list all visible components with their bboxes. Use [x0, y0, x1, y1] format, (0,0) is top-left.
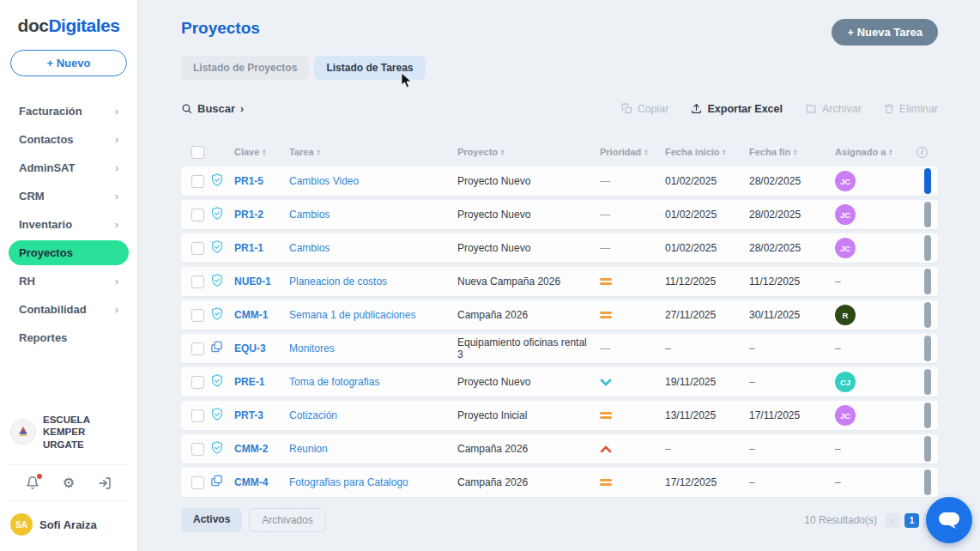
export-icon [691, 103, 702, 114]
column-header-asignado-a[interactable]: Asignado a▴▾ [835, 147, 895, 157]
row-status-bar [924, 269, 931, 294]
priority-medium-icon [600, 408, 660, 423]
search-icon [181, 103, 192, 114]
row-checkbox[interactable] [191, 476, 204, 489]
archivar-button[interactable]: Archivar [805, 103, 862, 115]
sort-icon: ▴▾ [318, 148, 320, 155]
sidebar-item-crm[interactable]: CRM› [9, 184, 129, 209]
sidebar-item-label: Facturación [19, 105, 82, 118]
task-title-link[interactable]: Toma de fotografias [289, 376, 452, 388]
end-date: 11/12/2025 [749, 276, 830, 288]
column-header-proyecto[interactable]: Proyecto▴▾ [457, 147, 595, 157]
start-date: 01/02/2025 [665, 242, 744, 254]
column-label: Asignado a [835, 147, 886, 157]
chevron-right-icon: › [115, 134, 118, 146]
task-title-link[interactable]: Planeacion de costos [289, 276, 452, 288]
tab-listado-de-proyectos[interactable]: Listado de Proyectos [181, 56, 309, 80]
task-key-link[interactable]: CMM-1 [234, 309, 284, 321]
task-key-link[interactable]: PR1-5 [234, 175, 284, 187]
task-row[interactable]: PR1-5Cambios VideoProyecto Nuevo—01/02/2… [181, 167, 938, 196]
notifications-bell-icon[interactable] [26, 475, 39, 490]
organization-switcher[interactable]: ESCUELA KEMPER URGATE [9, 409, 129, 456]
sidebar-item-contabilidad[interactable]: Contabilidad› [9, 297, 129, 322]
end-date: 28/02/2025 [749, 175, 830, 187]
tab-listado-de-tareas[interactable]: Listado de Tareas [314, 56, 425, 80]
main-content: Proyectos + Nueva Tarea Listado de Proye… [138, 0, 980, 551]
task-key-link[interactable]: CMM-2 [234, 443, 284, 455]
filter-activos[interactable]: Activos [181, 508, 242, 532]
sidebar-item-inventario[interactable]: Inventario› [9, 212, 129, 237]
task-row[interactable]: PRE-1Toma de fotografiasProyecto Nuevo19… [181, 367, 938, 397]
sidebar-item-contactos[interactable]: Contactos› [9, 127, 129, 152]
row-checkbox[interactable] [191, 175, 204, 188]
task-title-link[interactable]: Semana 1 de publicaciones [289, 309, 452, 321]
row-checkbox[interactable] [191, 209, 204, 221]
column-header-prioridad[interactable]: Prioridad▴▾ [600, 147, 660, 157]
action-label: Eliminar [899, 103, 938, 115]
task-key-link[interactable]: CMM-4 [234, 476, 284, 488]
task-title-link[interactable]: Cambios [289, 209, 452, 221]
task-title-link[interactable]: Monitores [289, 342, 452, 354]
task-row[interactable]: NUE0-1Planeacion de costosNueva Campaña … [181, 267, 938, 296]
column-header-fecha-fin[interactable]: Fecha fin▴▾ [749, 147, 830, 157]
column-label: Clave [234, 147, 259, 157]
search-toggle[interactable]: Buscar › [181, 102, 244, 115]
task-key-link[interactable]: PR1-2 [234, 209, 284, 221]
task-key-link[interactable]: PRT-3 [234, 409, 284, 421]
task-title-link[interactable]: Cambios Video [289, 175, 452, 187]
task-row[interactable]: CMM-1Semana 1 de publicacionesCampaña 20… [181, 300, 938, 330]
row-checkbox[interactable] [191, 376, 204, 389]
column-header-tarea[interactable]: Tarea▴▾ [289, 147, 452, 157]
column-header-fecha-inicio[interactable]: Fecha inicio▴▾ [665, 147, 744, 157]
task-title-link[interactable]: Cambios [289, 242, 452, 254]
task-title-link[interactable]: Fotografias para Catalogo [289, 476, 452, 488]
chat-bubble-icon [938, 510, 960, 530]
sidebar-item-proyectos[interactable]: Proyectos [9, 240, 129, 265]
logout-icon[interactable] [98, 476, 112, 490]
end-date: – [749, 342, 830, 354]
task-row[interactable]: PR1-1CambiosProyecto Nuevo—01/02/202528/… [181, 233, 938, 263]
task-row[interactable]: CMM-2ReunionCampaña 2026––– [181, 434, 938, 463]
task-key-link[interactable]: PRE-1 [234, 376, 284, 388]
task-row[interactable]: PR1-2CambiosProyecto Nuevo—01/02/202528/… [181, 200, 938, 229]
page-number-button[interactable]: 1 [904, 513, 919, 528]
task-row[interactable]: PRT-3CotizaciónProyecto Inicial13/11/202… [181, 401, 938, 430]
row-checkbox[interactable] [191, 242, 204, 255]
row-checkbox[interactable] [191, 276, 204, 288]
chat-widget-button[interactable] [926, 497, 972, 543]
row-checkbox[interactable] [191, 309, 204, 322]
column-header-clave[interactable]: Clave▴▾ [234, 147, 284, 157]
exportar-excel-button[interactable]: Exportar Excel [691, 103, 783, 115]
copiar-button[interactable]: Copiar [621, 103, 669, 115]
info-icon[interactable]: i [916, 147, 928, 158]
task-title-link[interactable]: Cotización [289, 409, 452, 421]
row-checkbox[interactable] [191, 409, 204, 422]
column-label: Fecha fin [749, 147, 790, 157]
task-key-link[interactable]: PR1-1 [234, 242, 284, 254]
sidebar-item-rh[interactable]: RH› [9, 269, 129, 294]
row-checkbox[interactable] [191, 342, 204, 355]
task-title-link[interactable]: Reunion [289, 443, 452, 455]
project-name: Proyecto Nuevo [457, 209, 595, 221]
task-row[interactable]: EQU-3MonitoresEquipamiento oficinas rent… [181, 334, 938, 363]
eliminar-button[interactable]: Eliminar [884, 103, 938, 115]
task-row[interactable]: CMM-4Fotografias para CatalogoCampaña 20… [181, 468, 938, 497]
table-header: Clave▴▾Tarea▴▾Proyecto▴▾Prioridad▴▾Fecha… [181, 141, 938, 163]
select-all-checkbox[interactable] [191, 146, 204, 159]
sidebar-item-adminsat[interactable]: AdminSAT› [9, 155, 129, 180]
settings-gear-icon[interactable]: ⚙ [63, 476, 75, 490]
user-menu[interactable]: SA Sofi Araiza [9, 510, 129, 539]
task-key-link[interactable]: EQU-3 [234, 342, 284, 354]
filter-archivados[interactable]: Archivados [249, 508, 325, 532]
new-task-button[interactable]: + Nueva Tarea [832, 19, 938, 45]
end-date: 30/11/2025 [749, 309, 830, 321]
new-button[interactable]: + Nuevo [10, 50, 127, 76]
chevron-right-icon: › [115, 304, 118, 316]
sidebar-item-facturación[interactable]: Facturación› [9, 99, 129, 124]
prev-page-button[interactable]: ‹ [886, 513, 900, 528]
sidebar-item-reportes[interactable]: Reportes [9, 325, 129, 350]
row-checkbox[interactable] [191, 443, 204, 456]
priority-low-icon [600, 374, 660, 390]
row-status-bar [924, 336, 931, 361]
task-key-link[interactable]: NUE0-1 [234, 276, 284, 288]
